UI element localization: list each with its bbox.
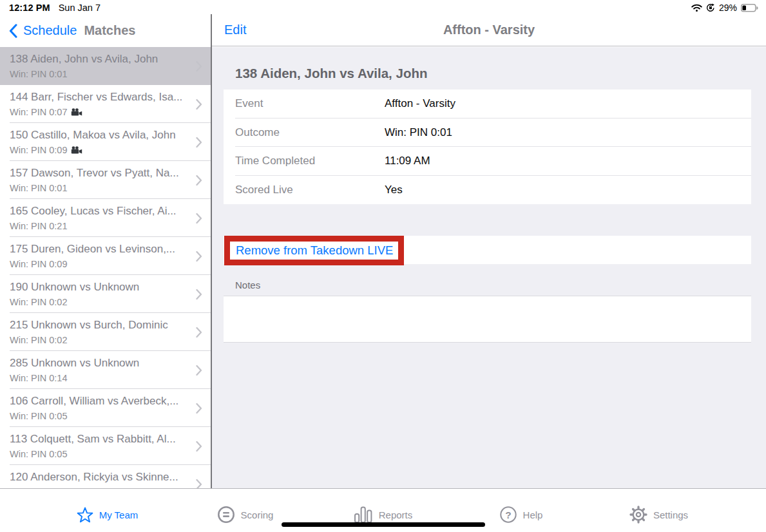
field-label: Outcome: [235, 126, 385, 139]
match-row[interactable]: 190 Unknown vs Unknown Win: PIN 0:02: [0, 275, 211, 313]
field-row-event: Event Affton - Varsity: [224, 90, 751, 119]
match-result: Win: PIN 0:02: [10, 297, 67, 307]
field-value: Affton - Varsity: [385, 97, 455, 110]
match-row[interactable]: 106 Carroll, William vs Averbeck,... Win…: [0, 389, 211, 427]
match-title: 190 Unknown vs Unknown: [10, 281, 191, 294]
match-row[interactable]: 144 Barr, Fischer vs Edwards, Isa... Win…: [0, 85, 211, 123]
match-title: 165 Cooley, Lucas vs Fischer, Ai...: [10, 205, 191, 218]
tab-label: Scoring: [241, 509, 274, 520]
detail-nav-title: Affton - Varsity: [212, 23, 766, 37]
status-left: 12:12 PM Sun Jan 7: [9, 3, 101, 13]
sidebar-title: Matches: [84, 23, 135, 38]
tab-my-team[interactable]: My Team: [39, 497, 177, 532]
match-row[interactable]: 157 Dawson, Trevor vs Pyatt, Na... Win: …: [0, 161, 211, 199]
match-fields-card: Event Affton - Varsity Outcome Win: PIN …: [224, 90, 751, 204]
status-date: Sun Jan 7: [59, 3, 101, 13]
chevron-right-icon: [196, 403, 202, 413]
match-result: Win: PIN 0:07: [10, 107, 67, 117]
match-title: 144 Barr, Fischer vs Edwards, Isa...: [10, 91, 191, 104]
rotation-lock-icon: [706, 3, 715, 12]
detail-body: 138 Aiden, John vs Avila, John Event Aff…: [212, 47, 766, 488]
video-camera-icon: [71, 146, 82, 154]
match-row[interactable]: 150 Castillo, Makoa vs Avila, John Win: …: [0, 123, 211, 161]
match-title: 157 Dawson, Trevor vs Pyatt, Na...: [10, 167, 191, 180]
match-result: Win: PIN 0:02: [10, 335, 67, 345]
match-result: Win: PIN 0:09: [10, 259, 67, 269]
field-row-scored-live: Scored Live Yes: [224, 176, 751, 205]
match-list: 138 Aiden, John vs Avila, John Win: PIN …: [0, 47, 211, 488]
sidebar: Schedule Matches 138 Aiden, John vs Avil…: [0, 14, 211, 488]
chevron-right-icon: [196, 251, 202, 261]
match-row[interactable]: 113 Colquett, Sam vs Rabbitt, Al... Win:…: [0, 427, 211, 465]
match-title: 285 Unknown vs Unknown: [10, 357, 191, 370]
field-value: 11:09 AM: [385, 155, 430, 167]
match-row[interactable]: 215 Unknown vs Burch, Dominic Win: PIN 0…: [0, 313, 211, 351]
status-time: 12:12 PM: [9, 3, 50, 13]
tab-label: Help: [523, 509, 543, 520]
chevron-right-icon: [196, 175, 202, 185]
match-title: 138 Aiden, John vs Avila, John: [10, 53, 191, 66]
field-label: Event: [235, 97, 385, 110]
settings-icon: [629, 506, 647, 524]
chevron-right-icon: [196, 137, 202, 147]
tab-settings[interactable]: Settings: [590, 497, 728, 532]
detail-pane: Edit Affton - Varsity 138 Aiden, John vs…: [212, 14, 766, 488]
chevron-right-icon: [196, 479, 202, 488]
back-button-schedule[interactable]: Schedule: [9, 23, 77, 38]
field-label: Scored Live: [235, 184, 385, 196]
pane-divider: [211, 14, 212, 488]
battery-icon: [741, 4, 758, 12]
help-icon: [499, 506, 517, 524]
match-row[interactable]: 175 Duren, Gideon vs Levinson,... Win: P…: [0, 237, 211, 275]
status-bar: 12:12 PM Sun Jan 7 29%: [0, 0, 766, 14]
match-heading: 138 Aiden, John vs Avila, John: [235, 67, 751, 80]
match-result: Win: PIN 0:21: [10, 221, 67, 231]
chevron-right-icon: [196, 99, 202, 109]
match-result: Win: PIN 0:01: [10, 183, 67, 193]
battery-percent: 29%: [719, 3, 737, 13]
tab-label: Settings: [653, 509, 688, 520]
annotation-highlight-box: Remove from Takedown LIVE: [224, 236, 404, 265]
match-title: 150 Castillo, Makoa vs Avila, John: [10, 129, 191, 142]
detail-nav: Edit Affton - Varsity: [212, 14, 766, 46]
chevron-right-icon: [196, 289, 202, 299]
field-value: Yes: [385, 184, 403, 196]
field-row-time-completed: Time Completed 11:09 AM: [224, 147, 751, 176]
field-label: Time Completed: [235, 155, 385, 167]
match-title: 106 Carroll, William vs Averbeck,...: [10, 395, 191, 408]
tab-label: Reports: [379, 509, 413, 520]
sidebar-nav: Schedule Matches: [0, 14, 211, 47]
tab-label: My Team: [99, 509, 139, 520]
status-right: 29%: [691, 3, 758, 13]
back-button-label: Schedule: [23, 23, 77, 38]
wifi-icon: [691, 4, 702, 12]
app-screen: 12:12 PM Sun Jan 7 29% Schedule Matches …: [0, 0, 766, 532]
notes-label: Notes: [235, 280, 751, 290]
match-title: 175 Duren, Gideon vs Levinson,...: [10, 243, 191, 256]
match-row[interactable]: 285 Unknown vs Unknown Win: PIN 0:14: [0, 351, 211, 389]
edit-button[interactable]: Edit: [224, 23, 246, 37]
match-row[interactable]: 165 Cooley, Lucas vs Fischer, Ai... Win:…: [0, 199, 211, 237]
notes-field[interactable]: [224, 296, 751, 343]
chevron-back-icon: [9, 24, 17, 38]
match-result: Win: PIN 0:14: [10, 373, 67, 383]
home-indicator[interactable]: [282, 522, 485, 527]
field-row-outcome: Outcome Win: PIN 0:01: [224, 119, 751, 147]
match-title: 113 Colquett, Sam vs Rabbitt, Al...: [10, 433, 191, 446]
match-row[interactable]: 138 Aiden, John vs Avila, John Win: PIN …: [0, 47, 211, 85]
match-row[interactable]: 120 Anderson, Rickyia vs Skinne...: [0, 465, 211, 488]
chevron-right-icon: [196, 441, 202, 451]
match-result: Win: PIN 0:09: [10, 145, 67, 155]
match-title: 120 Anderson, Rickyia vs Skinne...: [10, 471, 191, 484]
match-result: Win: PIN 0:05: [10, 449, 67, 459]
match-title: 215 Unknown vs Burch, Dominic: [10, 319, 191, 332]
reports-icon: [354, 506, 373, 524]
video-camera-icon: [71, 108, 82, 116]
chevron-right-icon: [196, 365, 202, 375]
match-result: Win: PIN 0:05: [10, 411, 67, 421]
chevron-right-icon: [196, 61, 202, 71]
field-value: Win: PIN 0:01: [385, 126, 452, 139]
remove-from-takedown-live-button[interactable]: Remove from Takedown LIVE: [230, 243, 393, 258]
chevron-right-icon: [196, 327, 202, 337]
remove-button-row: Remove from Takedown LIVE: [224, 236, 751, 264]
